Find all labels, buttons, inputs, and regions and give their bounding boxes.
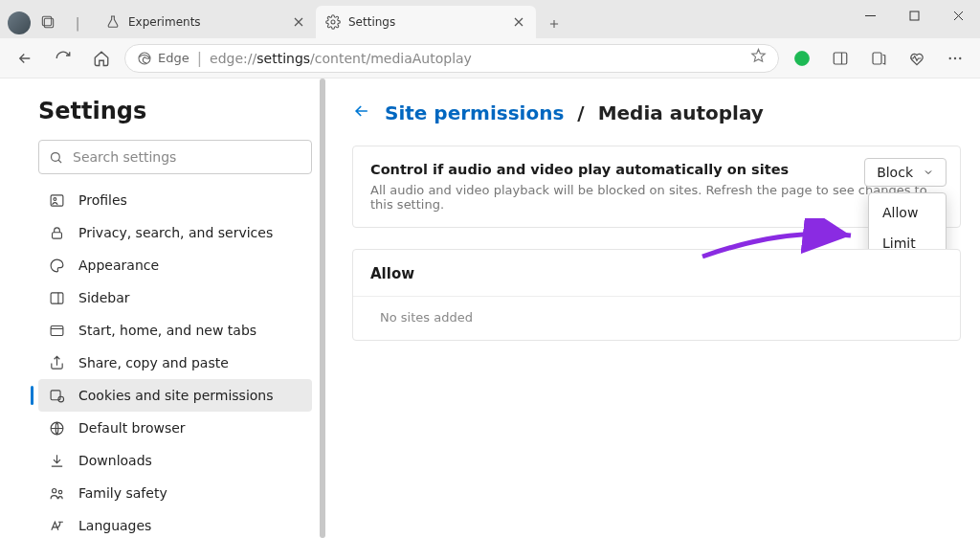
close-icon[interactable] xyxy=(291,14,306,30)
more-icon[interactable] xyxy=(940,43,970,74)
browser-icon xyxy=(48,419,65,437)
flask-icon xyxy=(105,14,121,30)
sidebar-item-start[interactable]: Start, home, and new tabs xyxy=(38,314,312,347)
search-input[interactable] xyxy=(73,149,301,165)
sidebar-item-downloads[interactable]: Downloads xyxy=(38,444,312,477)
permissions-icon xyxy=(48,387,65,404)
svg-point-21 xyxy=(57,396,63,402)
edge-badge: Edge xyxy=(137,51,189,66)
svg-rect-16 xyxy=(51,292,63,303)
appearance-icon xyxy=(48,257,65,274)
svg-point-23 xyxy=(52,488,56,492)
breadcrumb-link[interactable]: Site permissions xyxy=(385,101,564,124)
lock-icon xyxy=(48,224,65,241)
svg-rect-0 xyxy=(44,18,53,27)
search-settings[interactable] xyxy=(38,140,312,174)
settings-sidebar: Settings Profiles Privacy, search, and s… xyxy=(0,78,325,538)
tab-experiments[interactable]: Experiments xyxy=(96,6,316,38)
breadcrumb-current: Media autoplay xyxy=(598,101,764,124)
sidebar-icon xyxy=(48,289,65,306)
annotation-arrow xyxy=(698,218,860,266)
wellness-icon[interactable] xyxy=(902,43,932,74)
favorite-icon[interactable] xyxy=(750,48,767,68)
svg-rect-8 xyxy=(873,53,881,64)
profile-avatar[interactable] xyxy=(8,11,31,34)
minimize-button[interactable] xyxy=(848,0,892,31)
svg-point-14 xyxy=(53,197,56,200)
sidebar-heading: Settings xyxy=(38,98,312,124)
url-text: edge://settings/content/mediaAutoplay xyxy=(210,51,472,66)
maximize-button[interactable] xyxy=(892,0,936,31)
svg-rect-18 xyxy=(51,325,63,335)
svg-point-5 xyxy=(795,51,810,65)
new-tab-button[interactable] xyxy=(540,10,568,38)
grammarly-icon[interactable] xyxy=(787,43,817,74)
allow-title: Allow xyxy=(370,265,943,282)
card-description: All audio and video playback will be blo… xyxy=(370,183,943,212)
gear-icon xyxy=(325,14,341,30)
sidebar-item-profiles[interactable]: Profiles xyxy=(38,184,312,216)
tab-settings[interactable]: Settings xyxy=(316,6,536,38)
profile-icon xyxy=(48,191,65,209)
tab-strip: Experiments Settings xyxy=(96,0,568,38)
sidebar-item-family[interactable]: Family safety xyxy=(38,477,312,509)
svg-point-2 xyxy=(331,20,335,24)
svg-point-12 xyxy=(52,152,60,161)
search-icon xyxy=(49,150,63,165)
sidebar-item-sidebar[interactable]: Sidebar xyxy=(38,281,312,314)
sidebar-item-default-browser[interactable]: Default browser xyxy=(38,412,312,444)
address-bar[interactable]: Edge | edge://settings/content/mediaAuto… xyxy=(124,44,779,73)
window-titlebar: | Experiments Settings xyxy=(0,0,980,38)
download-icon xyxy=(48,452,65,469)
language-icon xyxy=(48,517,65,534)
refresh-button[interactable] xyxy=(48,43,78,74)
svg-rect-3 xyxy=(910,11,919,20)
autoplay-control-card: Control if audio and video play automati… xyxy=(352,146,961,228)
autoplay-dropdown[interactable]: Block xyxy=(864,158,947,187)
back-arrow-icon[interactable] xyxy=(352,101,371,124)
svg-rect-1 xyxy=(42,16,51,25)
divider: | xyxy=(67,12,88,34)
svg-rect-6 xyxy=(834,53,847,64)
svg-point-24 xyxy=(58,490,62,494)
tab-actions-icon[interactable] xyxy=(38,12,59,34)
share-icon xyxy=(48,354,65,371)
svg-point-11 xyxy=(959,56,961,58)
allow-empty-text: No sites added xyxy=(370,310,943,325)
card-heading: Control if audio and video play automati… xyxy=(370,162,943,177)
settings-content: Site permissions / Media autoplay Contro… xyxy=(325,78,980,538)
tab-icon xyxy=(48,322,65,339)
sidebar-item-cookies[interactable]: Cookies and site permissions xyxy=(38,379,312,412)
close-window-button[interactable] xyxy=(936,0,980,31)
sidebar-item-share[interactable]: Share, copy and paste xyxy=(38,347,312,379)
svg-point-10 xyxy=(954,56,956,58)
option-allow[interactable]: Allow xyxy=(873,197,942,228)
divider: | xyxy=(197,49,202,67)
family-icon xyxy=(48,484,65,502)
sidebar-item-appearance[interactable]: Appearance xyxy=(38,249,312,281)
back-button[interactable] xyxy=(10,43,40,74)
side-panel-icon[interactable] xyxy=(825,43,856,74)
sidebar-item-languages[interactable]: Languages xyxy=(38,509,312,538)
sidebar-item-privacy[interactable]: Privacy, search, and services xyxy=(38,216,312,249)
svg-point-9 xyxy=(949,56,951,58)
breadcrumb: Site permissions / Media autoplay xyxy=(352,101,961,124)
tab-label: Experiments xyxy=(128,15,283,29)
collections-icon[interactable] xyxy=(863,43,894,74)
browser-toolbar: Edge | edge://settings/content/mediaAuto… xyxy=(0,38,980,78)
svg-rect-15 xyxy=(52,232,61,237)
tab-label: Settings xyxy=(348,15,503,29)
close-icon[interactable] xyxy=(511,14,526,30)
home-button[interactable] xyxy=(86,43,117,74)
allow-list-card: Allow No sites added xyxy=(352,249,961,341)
chevron-down-icon xyxy=(923,167,934,178)
